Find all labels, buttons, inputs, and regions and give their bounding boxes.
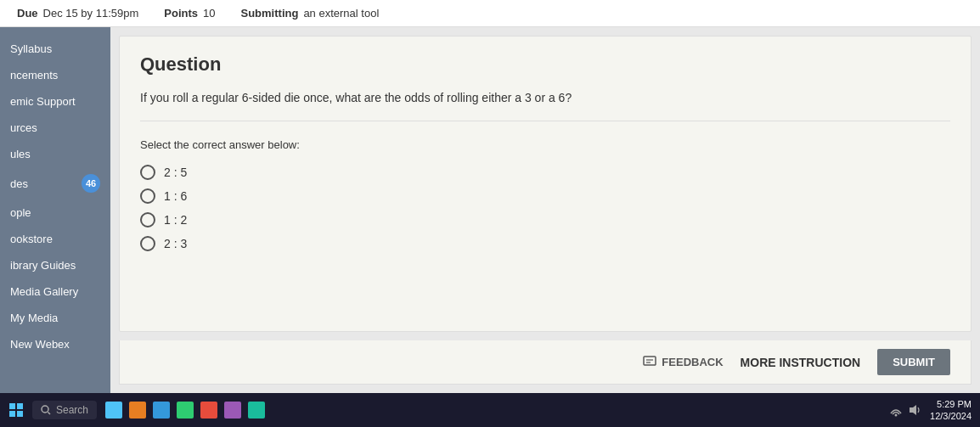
sidebar-item-label: ookstore bbox=[10, 233, 53, 245]
sidebar-item-label: urces bbox=[10, 121, 37, 134]
feedback-icon bbox=[643, 356, 656, 369]
taskbar-app-1[interactable] bbox=[105, 402, 122, 419]
sidebar-item-label: des bbox=[10, 177, 28, 190]
question-text: If you roll a regular 6-sided die once, … bbox=[140, 89, 950, 121]
sidebar-item-new-webex[interactable]: New Webex bbox=[0, 331, 110, 357]
answer-option-2[interactable]: 1 : 6 bbox=[140, 188, 950, 204]
search-icon bbox=[41, 405, 51, 415]
sidebar-item-label: ople bbox=[10, 206, 31, 219]
sidebar-item-library-guides[interactable]: ibrary Guides bbox=[0, 252, 110, 278]
feedback-label: FEEDBACK bbox=[662, 356, 723, 368]
sidebar-item-my-media[interactable]: My Media bbox=[0, 305, 110, 331]
answer-label-4: 2 : 3 bbox=[164, 237, 187, 250]
time-display: 5:29 PM bbox=[930, 398, 972, 410]
due-section: Due Dec 15 by 11:59pm bbox=[17, 7, 138, 20]
radio-1[interactable] bbox=[140, 165, 155, 180]
search-placeholder: Search bbox=[56, 404, 88, 416]
submitting-section: Submitting an external tool bbox=[241, 7, 380, 20]
svg-rect-6 bbox=[17, 411, 23, 417]
sidebar-item-label: Syllabus bbox=[10, 42, 52, 55]
submitting-label: Submitting bbox=[241, 7, 299, 20]
top-bar: Due Dec 15 by 11:59pm Points 10 Submitti… bbox=[0, 0, 980, 27]
sidebar-item-label: My Media bbox=[10, 312, 58, 324]
sidebar-item-people[interactable]: ople bbox=[0, 199, 110, 226]
answer-label-2: 1 : 6 bbox=[164, 189, 187, 203]
answer-options: 2 : 5 1 : 6 1 : 2 2 : 3 bbox=[140, 165, 950, 251]
question-title: Question bbox=[140, 53, 950, 76]
taskbar-search-bar[interactable]: Search bbox=[32, 401, 97, 419]
sidebar-item-modules[interactable]: ules bbox=[0, 141, 110, 167]
svg-rect-4 bbox=[17, 403, 23, 409]
submit-button[interactable]: SUBMIT bbox=[877, 349, 950, 375]
taskbar-app-5[interactable] bbox=[200, 402, 217, 419]
sidebar-item-media-gallery[interactable]: Media Gallery bbox=[0, 278, 110, 305]
svg-rect-3 bbox=[9, 403, 15, 409]
sidebar-item-syllabus[interactable]: Syllabus bbox=[0, 36, 110, 62]
sidebar-item-label: New Webex bbox=[10, 338, 70, 351]
submitting-value: an external tool bbox=[303, 7, 379, 20]
svg-marker-10 bbox=[910, 405, 916, 415]
svg-rect-0 bbox=[644, 357, 656, 365]
grades-badge: 46 bbox=[82, 174, 100, 193]
main-area: Syllabus ncements emic Support urces ule… bbox=[0, 27, 980, 393]
sidebar-item-resources[interactable]: urces bbox=[0, 115, 110, 141]
sidebar-item-label: emic Support bbox=[10, 95, 76, 108]
points-section: Points 10 bbox=[164, 7, 215, 20]
taskbar-app-4[interactable] bbox=[177, 402, 194, 419]
windows-icon bbox=[8, 402, 24, 418]
date-display: 12/3/2024 bbox=[930, 410, 972, 422]
taskbar-time: 5:29 PM 12/3/2024 bbox=[930, 398, 972, 423]
taskbar-app-6[interactable] bbox=[224, 402, 241, 419]
sidebar-item-bookstore[interactable]: ookstore bbox=[0, 226, 110, 252]
answer-option-4[interactable]: 2 : 3 bbox=[140, 236, 950, 251]
radio-2[interactable] bbox=[140, 188, 155, 204]
network-icon bbox=[889, 403, 903, 417]
taskbar-right: 5:29 PM 12/3/2024 bbox=[889, 398, 972, 423]
answer-option-1[interactable]: 2 : 5 bbox=[140, 165, 950, 180]
points-value: 10 bbox=[203, 7, 215, 20]
svg-line-8 bbox=[48, 413, 51, 415]
due-label: Due bbox=[17, 7, 38, 20]
sidebar-item-label: ules bbox=[10, 148, 31, 160]
start-button[interactable] bbox=[8, 402, 24, 418]
answer-label-1: 2 : 5 bbox=[164, 166, 187, 179]
taskbar-app-2[interactable] bbox=[129, 402, 146, 419]
volume-icon bbox=[908, 403, 921, 417]
due-value: Dec 15 by 11:59pm bbox=[43, 7, 139, 20]
points-label: Points bbox=[164, 7, 198, 20]
taskbar-left: Search bbox=[8, 401, 265, 419]
sidebar-item-academic-support[interactable]: emic Support bbox=[0, 88, 110, 115]
taskbar-app-7[interactable] bbox=[248, 402, 265, 419]
taskbar-app-icons bbox=[105, 402, 265, 419]
taskbar: Search 5:29 PM 12/3/2024 bbox=[0, 393, 980, 427]
svg-rect-5 bbox=[9, 411, 15, 417]
action-bar: FEEDBACK MORE INSTRUCTION SUBMIT bbox=[119, 340, 972, 385]
radio-3[interactable] bbox=[140, 212, 155, 228]
sidebar-item-grades[interactable]: des 46 bbox=[0, 167, 110, 199]
system-icons bbox=[889, 403, 921, 417]
svg-point-7 bbox=[42, 406, 48, 413]
sidebar-item-label: ncements bbox=[10, 69, 58, 81]
select-label: Select the correct answer below: bbox=[140, 138, 950, 151]
feedback-button[interactable]: FEEDBACK bbox=[643, 356, 723, 369]
content-area: Question If you roll a regular 6-sided d… bbox=[110, 27, 980, 393]
sidebar-item-label: Media Gallery bbox=[10, 285, 78, 298]
sidebar: Syllabus ncements emic Support urces ule… bbox=[0, 27, 110, 393]
more-instruction-button[interactable]: MORE INSTRUCTION bbox=[741, 356, 861, 369]
sidebar-item-label: ibrary Guides bbox=[10, 259, 76, 272]
radio-4[interactable] bbox=[140, 236, 155, 251]
answer-label-3: 1 : 2 bbox=[164, 213, 187, 227]
answer-option-3[interactable]: 1 : 2 bbox=[140, 212, 950, 228]
svg-point-9 bbox=[895, 414, 898, 417]
taskbar-app-3[interactable] bbox=[153, 402, 170, 419]
sidebar-item-announcements[interactable]: ncements bbox=[0, 62, 110, 88]
question-card: Question If you roll a regular 6-sided d… bbox=[119, 36, 972, 332]
